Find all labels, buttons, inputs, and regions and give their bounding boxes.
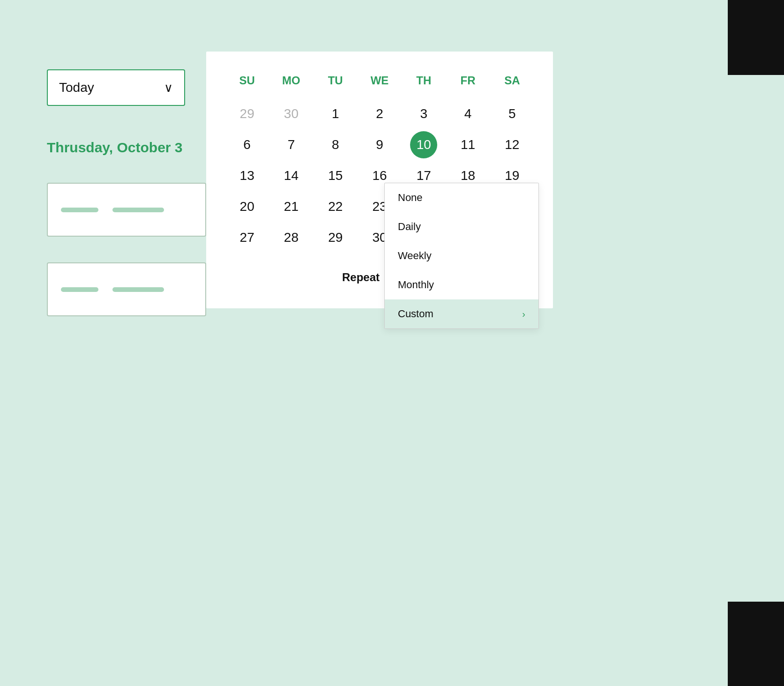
event-card-2 [47,262,206,316]
menu-item-custom-label: Custom [398,308,433,320]
cal-day-8[interactable]: 8 [314,130,358,159]
cal-day-10-today[interactable]: 10 [402,130,446,159]
cal-day-4[interactable]: 4 [446,99,490,128]
card-line-4 [112,287,164,292]
cal-day-3[interactable]: 3 [402,99,446,128]
cal-day-21[interactable]: 21 [269,192,313,221]
chevron-right-icon: › [522,309,525,320]
card-line-3 [61,287,98,292]
date-heading: Thrusday, October 3 [47,140,183,156]
card-line-1 [61,208,98,212]
menu-item-daily-label: Daily [398,221,421,233]
cal-day-7[interactable]: 7 [269,130,313,159]
calendar-header-row: SU MO TU WE TH FR SA [225,70,534,91]
cal-day-29-prev[interactable]: 29 [225,99,269,128]
cal-header-su: SU [225,70,269,91]
menu-item-monthly-label: Monthly [398,279,434,291]
cal-day-12[interactable]: 12 [490,130,534,159]
cal-day-1[interactable]: 1 [314,99,358,128]
menu-item-none[interactable]: None [385,183,538,212]
cal-day-11[interactable]: 11 [446,130,490,159]
menu-item-weekly[interactable]: Weekly [385,241,538,270]
menu-item-daily[interactable]: Daily [385,212,538,241]
cal-day-13[interactable]: 13 [225,161,269,190]
cal-header-mo: MO [269,70,313,91]
cal-day-2[interactable]: 2 [358,99,402,128]
cal-header-tu: TU [314,70,358,91]
today-label: Today [59,80,94,95]
cal-header-we: WE [358,70,402,91]
cal-header-fr: FR [446,70,490,91]
cal-day-14[interactable]: 14 [269,161,313,190]
menu-item-monthly[interactable]: Monthly [385,270,538,299]
chevron-down-icon: ∨ [164,81,173,95]
cal-day-27[interactable]: 27 [225,223,269,252]
card-line-2 [112,208,164,212]
cal-day-29[interactable]: 29 [314,223,358,252]
cal-day-6[interactable]: 6 [225,130,269,159]
repeat-options-menu: None Daily Weekly Monthly Custom › [384,183,539,329]
menu-item-custom[interactable]: Custom › [385,299,538,328]
repeat-label: Repeat [342,271,380,284]
cal-header-sa: SA [490,70,534,91]
black-corner-top-right [728,0,784,75]
cal-day-15[interactable]: 15 [314,161,358,190]
black-corner-bottom-right [728,602,784,686]
cal-day-5[interactable]: 5 [490,99,534,128]
menu-item-weekly-label: Weekly [398,250,432,262]
cal-day-28[interactable]: 28 [269,223,313,252]
menu-item-none-label: None [398,192,423,204]
cal-day-30-prev[interactable]: 30 [269,99,313,128]
cal-day-20[interactable]: 20 [225,192,269,221]
event-card-1 [47,183,206,237]
cal-header-th: TH [402,70,446,91]
cal-day-9[interactable]: 9 [358,130,402,159]
cal-day-22[interactable]: 22 [314,192,358,221]
today-dropdown-button[interactable]: Today ∨ [47,69,185,106]
